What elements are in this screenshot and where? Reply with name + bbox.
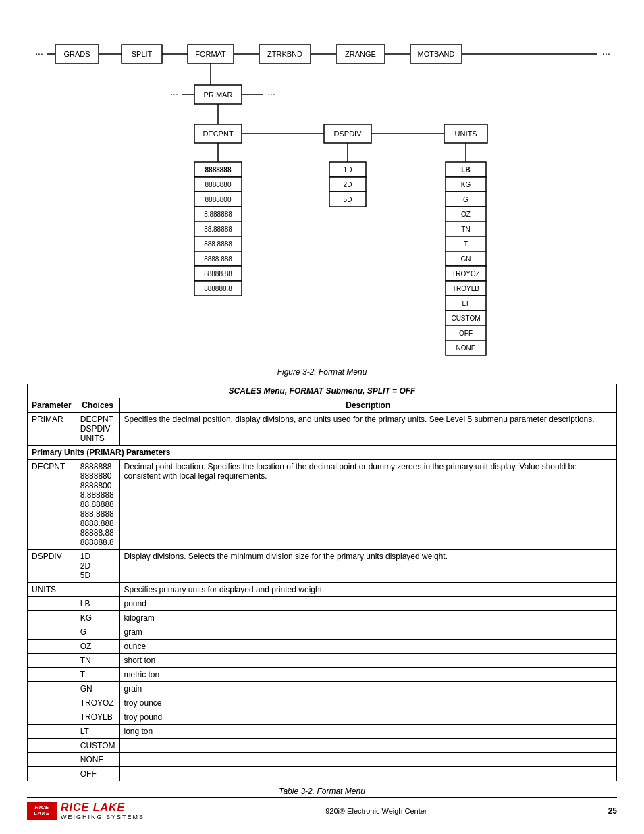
table-row: OFF bbox=[28, 767, 617, 781]
logo-name: RICE LAKE bbox=[61, 802, 144, 814]
param-cell bbox=[28, 682, 76, 696]
zrange-node: ZRANGE bbox=[345, 50, 376, 58]
param-cell bbox=[28, 710, 76, 725]
param-cell: DECPNT bbox=[28, 460, 76, 550]
units-val-lb: LB bbox=[461, 166, 470, 174]
decpnt-val-8: 88888.88 bbox=[204, 270, 232, 278]
ellipsis-right-top: ··· bbox=[602, 48, 610, 59]
table-title: SCALES Menu, FORMAT Submenu, SPLIT = OFF bbox=[28, 384, 617, 398]
units-node: UNITS bbox=[455, 130, 477, 138]
table-row: PRIMAR DECPNTDSPDIVUNITS Specifies the d… bbox=[28, 413, 617, 446]
table-row: CUSTOM bbox=[28, 739, 617, 753]
decpnt-val-6: 888.8888 bbox=[204, 240, 232, 248]
units-val-t: T bbox=[464, 240, 468, 248]
units-val-g: G bbox=[463, 196, 468, 203]
diagram-svg: ··· GRADS SPLIT FORMAT ZTRKBND ZRANGE MO… bbox=[27, 14, 617, 365]
choices-cell: T bbox=[76, 668, 119, 682]
decpnt-val-3: 8888800 bbox=[205, 196, 232, 203]
choices-cell: DECPNTDSPDIVUNITS bbox=[76, 413, 119, 446]
param-cell bbox=[28, 654, 76, 668]
choices-cell: 8888888888888088888008.88888888.88888888… bbox=[76, 460, 119, 550]
choices-cell: LT bbox=[76, 725, 119, 739]
param-cell bbox=[28, 640, 76, 654]
col-header-desc: Description bbox=[119, 398, 617, 413]
dspdiv-val-1: 1D bbox=[344, 166, 352, 174]
footer-logo: RICELAKE RICE LAKE WEIGHING SYSTEMS bbox=[27, 802, 144, 820]
choices-cell: CUSTOM bbox=[76, 739, 119, 753]
choices-cell: TN bbox=[76, 654, 119, 668]
decpnt-val-2: 8888880 bbox=[205, 181, 232, 188]
units-val-lt: LT bbox=[462, 300, 470, 307]
table-row: NONE bbox=[28, 753, 617, 767]
param-cell bbox=[28, 696, 76, 710]
param-cell bbox=[28, 625, 76, 640]
choices-cell: LB bbox=[76, 597, 119, 611]
desc-cell bbox=[119, 739, 617, 753]
units-val-tn: TN bbox=[461, 226, 470, 233]
units-val-gn: GN bbox=[461, 255, 471, 263]
choices-cell: OZ bbox=[76, 640, 119, 654]
choices-cell: G bbox=[76, 625, 119, 640]
footer-page: 25 bbox=[608, 806, 617, 816]
param-cell: PRIMAR bbox=[28, 413, 76, 446]
format-node: FORMAT bbox=[195, 50, 226, 58]
table-row: G gram bbox=[28, 625, 617, 640]
desc-cell bbox=[119, 753, 617, 767]
choices-cell: 1D2D5D bbox=[76, 550, 119, 583]
desc-cell: pound bbox=[119, 597, 617, 611]
units-val-kg: KG bbox=[461, 181, 471, 188]
desc-cell: gram bbox=[119, 625, 617, 640]
decpnt-val-7: 8888.888 bbox=[204, 255, 232, 263]
desc-cell bbox=[119, 767, 617, 781]
ztrkbnd-node: ZTRKBND bbox=[267, 50, 302, 58]
units-val-oz: OZ bbox=[461, 211, 471, 218]
table-row: TROYLB troy pound bbox=[28, 710, 617, 725]
param-cell bbox=[28, 767, 76, 781]
desc-cell: troy pound bbox=[119, 710, 617, 725]
desc-cell: ounce bbox=[119, 640, 617, 654]
units-val-troyoz: TROYOZ bbox=[452, 270, 480, 278]
format-table: SCALES Menu, FORMAT Submenu, SPLIT = OFF… bbox=[27, 384, 617, 781]
param-cell: DSPDIV bbox=[28, 550, 76, 583]
param-cell bbox=[28, 739, 76, 753]
desc-cell: metric ton bbox=[119, 668, 617, 682]
param-cell bbox=[28, 725, 76, 739]
desc-cell: troy ounce bbox=[119, 696, 617, 710]
table-row: UNITS Specifies primary units for displa… bbox=[28, 583, 617, 597]
units-val-off: OFF bbox=[459, 330, 473, 337]
table-row: LT long ton bbox=[28, 725, 617, 739]
desc-cell: Display divisions. Selects the minimum d… bbox=[119, 550, 617, 583]
desc-cell: Specifies the decimal position, display … bbox=[119, 413, 617, 446]
decpnt-val-1: 8888888 bbox=[205, 166, 232, 174]
section-header: Primary Units (PRIMAR) Parameters bbox=[28, 446, 617, 460]
table-row: T metric ton bbox=[28, 668, 617, 682]
table-row: KG kilogram bbox=[28, 611, 617, 625]
table-row: TN short ton bbox=[28, 654, 617, 668]
section-header-row: Primary Units (PRIMAR) Parameters bbox=[28, 446, 617, 460]
dspdiv-node: DSPDIV bbox=[334, 130, 363, 138]
choices-cell: KG bbox=[76, 611, 119, 625]
desc-cell: long ton bbox=[119, 725, 617, 739]
table-row: DECPNT 8888888888888088888008.88888888.8… bbox=[28, 460, 617, 550]
desc-cell: grain bbox=[119, 682, 617, 696]
choices-cell: OFF bbox=[76, 767, 119, 781]
units-val-custom: CUSTOM bbox=[451, 315, 480, 322]
col-header-choices: Choices bbox=[76, 398, 119, 413]
desc-cell: short ton bbox=[119, 654, 617, 668]
param-cell: UNITS bbox=[28, 583, 76, 597]
table-row: GN grain bbox=[28, 682, 617, 696]
table-row: DSPDIV 1D2D5D Display divisions. Selects… bbox=[28, 550, 617, 583]
footer: RICELAKE RICE LAKE WEIGHING SYSTEMS 920i… bbox=[27, 797, 617, 820]
choices-cell: NONE bbox=[76, 753, 119, 767]
ellipsis-right-primar: ··· bbox=[267, 88, 275, 99]
table-row: OZ ounce bbox=[28, 640, 617, 654]
col-header-param: Parameter bbox=[28, 398, 76, 413]
param-cell bbox=[28, 753, 76, 767]
decpnt-val-5: 88.88888 bbox=[204, 226, 232, 233]
ellipsis-left-top: ··· bbox=[35, 48, 43, 59]
param-cell bbox=[28, 668, 76, 682]
decpnt-node: DECPNT bbox=[203, 130, 234, 138]
choices-cell: TROYOZ bbox=[76, 696, 119, 710]
table-row: TROYOZ troy ounce bbox=[28, 696, 617, 710]
units-val-troylb: TROYLB bbox=[452, 285, 479, 292]
